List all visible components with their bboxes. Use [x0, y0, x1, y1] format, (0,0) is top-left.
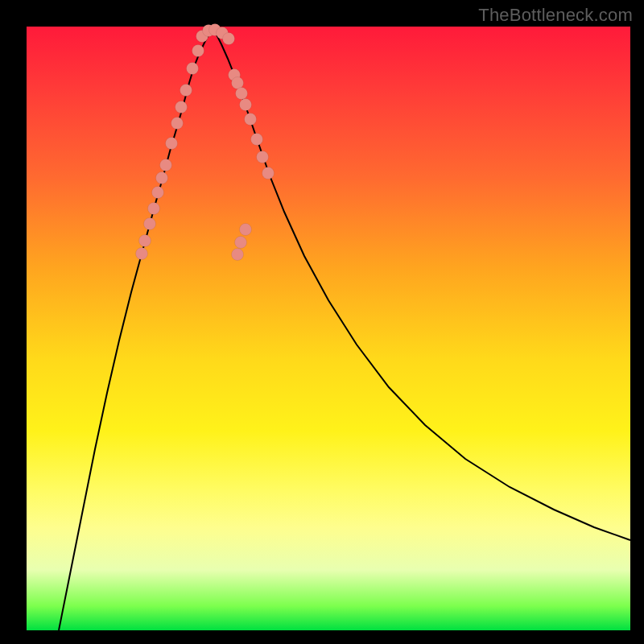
data-point: [175, 101, 188, 114]
data-point: [192, 45, 204, 57]
data-point: [232, 77, 244, 89]
plot-area: [27, 27, 630, 630]
data-point: [232, 249, 244, 261]
data-point: [240, 224, 252, 236]
data-point: [156, 172, 168, 184]
data-point: [136, 248, 148, 260]
chart-svg: [27, 27, 630, 630]
data-point: [144, 218, 156, 230]
data-point: [235, 237, 247, 249]
data-markers: [136, 24, 275, 261]
data-point: [223, 33, 235, 45]
data-point: [166, 138, 178, 150]
data-point: [257, 151, 269, 163]
data-point: [236, 88, 248, 100]
data-point: [180, 85, 192, 97]
data-point: [139, 235, 151, 247]
data-point: [245, 114, 257, 126]
data-point: [262, 167, 275, 180]
data-point: [240, 99, 252, 111]
data-point: [152, 187, 164, 199]
data-point: [148, 203, 160, 215]
data-point: [171, 118, 184, 130]
data-point: [251, 134, 263, 146]
data-point: [187, 63, 199, 75]
chart-frame: TheBottleneck.com: [0, 0, 644, 644]
right-curve: [212, 28, 630, 540]
watermark-text: TheBottleneck.com: [478, 5, 633, 26]
data-point: [160, 159, 172, 171]
left-curve: [59, 28, 212, 630]
